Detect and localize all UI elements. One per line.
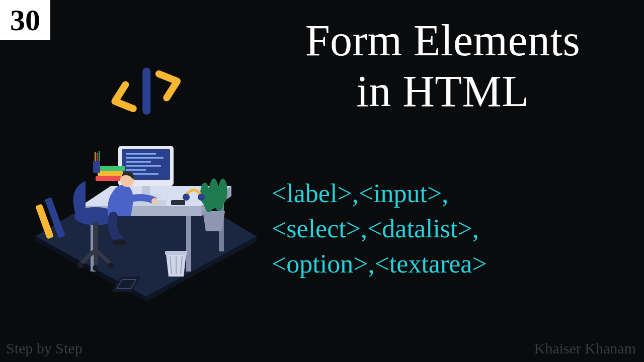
slide-title: Form Elements in HTML — [262, 15, 624, 117]
svg-point-33 — [183, 194, 190, 201]
svg-rect-20 — [96, 176, 121, 181]
title-line-1: Form Elements — [262, 15, 624, 66]
svg-point-32 — [218, 178, 227, 204]
episode-badge: 30 — [0, 0, 50, 40]
svg-rect-22 — [100, 166, 125, 171]
svg-rect-23 — [93, 161, 100, 173]
svg-rect-18 — [142, 186, 150, 195]
svg-point-44 — [93, 265, 99, 271]
svg-rect-8 — [186, 216, 191, 272]
tags-line-3: <option>,<textarea> — [272, 246, 624, 282]
svg-rect-26 — [99, 151, 100, 161]
svg-marker-27 — [203, 211, 225, 231]
svg-point-43 — [108, 262, 114, 268]
episode-number: 30 — [10, 5, 40, 35]
tags-line-1: <label>,<input>, — [272, 176, 624, 211]
tags-line-2: <select>,<datalist>, — [272, 211, 624, 246]
svg-line-3 — [135, 71, 158, 111]
svg-rect-52 — [165, 251, 187, 255]
developer-illustration — [20, 55, 272, 307]
svg-rect-25 — [97, 153, 98, 161]
footer-left: Step by Step — [6, 340, 83, 357]
svg-point-47 — [112, 239, 126, 245]
tags-list: <label>,<input>, <select>,<datalist>, <o… — [272, 176, 624, 282]
code-icon — [109, 63, 183, 119]
footer-right: Khaiser Khanam — [534, 340, 636, 357]
svg-rect-24 — [95, 152, 96, 161]
svg-point-30 — [209, 178, 219, 209]
title-line-2: in HTML — [262, 66, 624, 117]
svg-point-34 — [198, 194, 205, 201]
svg-rect-35 — [171, 200, 185, 205]
svg-point-46 — [151, 198, 157, 204]
thumbnail-slide: 30 Form Elements in HTML <label>,<input>… — [0, 0, 644, 362]
svg-rect-21 — [98, 171, 123, 176]
svg-rect-38 — [93, 222, 98, 250]
svg-point-42 — [77, 262, 84, 268]
